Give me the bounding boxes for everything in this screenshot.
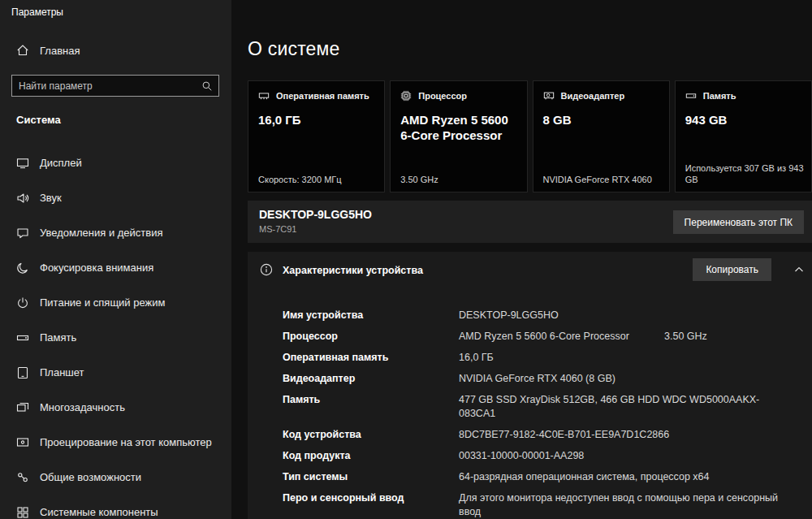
spec-row-processor: Процессор AMD Ryzen 5 5600 6-Core Proces… (283, 327, 796, 348)
sidebar-item-projecting[interactable]: Проецирование на этот компьютер (0, 425, 231, 460)
spec-value: 16,0 ГБ (459, 351, 796, 365)
sidebar-item-label: Дисплей (40, 157, 82, 169)
spec-row-storage: Память 477 GB SSD XrayDisk 512GB, 466 GB… (283, 390, 796, 425)
sidebar-item-storage[interactable]: Память (0, 320, 231, 355)
sidebar-item-sound[interactable]: Звук (0, 180, 231, 215)
sidebar-item-label: Проецирование на этот компьютер (40, 436, 212, 448)
sidebar-item-label: Звук (40, 192, 62, 204)
sidebar-item-label: Уведомления и действия (40, 227, 163, 239)
sidebar-nav: Дисплей Звук Уведомления и действия Фоку… (0, 145, 231, 519)
card-value: 943 GB (685, 112, 801, 128)
copy-button[interactable]: Копировать (693, 258, 771, 281)
spec-value: NVIDIA GeForce RTX 4060 (8 GB) (459, 372, 796, 386)
processor-card: Процессор AMD Ryzen 5 5600 6-Core Proces… (390, 80, 527, 192)
card-label: Видеоадаптер (561, 91, 625, 101)
spec-label: Перо и сенсорный ввод (283, 491, 459, 519)
spec-value: Для этого монитора недоступен ввод с пом… (459, 491, 796, 519)
spec-label: Тип системы (283, 470, 459, 484)
sidebar-item-system-components[interactable]: Системные компоненты (0, 495, 231, 519)
spec-table: Имя устройства DESKTOP-9LGG5HO Процессор… (283, 305, 796, 519)
search-icon[interactable] (196, 80, 218, 92)
power-icon (16, 296, 29, 309)
card-label: Процессор (418, 91, 467, 101)
sidebar-item-label: Память (40, 331, 76, 344)
spec-row-product-id: Код продукта 00331-10000-00001-AA298 (283, 446, 796, 467)
spec-value: 8DC7BE77-9182-4C0E-B701-EE9A7D1C2866 (459, 428, 796, 442)
specs-section-title: Характеристики устройства (283, 265, 423, 276)
spec-row-pen-touch: Перо и сенсорный ввод Для этого монитора… (283, 488, 796, 519)
cpu-icon (400, 90, 412, 102)
spec-label: Имя устройства (283, 309, 459, 322)
spec-label: Код устройства (283, 428, 459, 442)
sidebar-item-display[interactable]: Дисплей (0, 145, 231, 180)
gpu-card: Видеоадаптер 8 GB NVIDIA GeForce RTX 406… (533, 80, 670, 192)
spec-label: Видеоадаптер (283, 372, 459, 386)
spec-row-system-type: Тип системы 64-разрядная операционная си… (283, 467, 796, 488)
spec-value-text: AMD Ryzen 5 5600 6-Core Processor (459, 331, 629, 342)
disk-icon (685, 90, 697, 102)
device-name-bar: DESKTOP-9LGG5HO MS-7C91 Переименовать эт… (248, 201, 812, 243)
sidebar-item-notifications[interactable]: Уведомления и действия (0, 215, 231, 250)
sidebar-item-label: Планшет (40, 366, 84, 378)
card-label: Память (703, 91, 736, 101)
settings-search-box (11, 75, 219, 97)
gpu-icon (543, 90, 555, 102)
display-icon (16, 157, 29, 170)
settings-sidebar: Параметры Главная Система Дисплей Звук (0, 0, 231, 519)
sidebar-home-label: Главная (40, 45, 80, 57)
sidebar-item-label: Многозадачность (40, 401, 125, 413)
notifications-icon (16, 227, 29, 240)
sidebar-item-label: Питание и спящий режим (40, 296, 165, 309)
spec-row-device-name: Имя устройства DESKTOP-9LGG5HO (283, 305, 796, 327)
page-title: О системе (248, 38, 340, 60)
spec-row-device-id: Код устройства 8DC7BE77-9182-4C0E-B701-E… (283, 425, 796, 446)
components-grid-icon (16, 506, 29, 519)
card-footer: Используется 307 GB из 943 GB (685, 162, 805, 185)
info-icon (260, 263, 273, 276)
spec-value: 64-разрядная операционная система, проце… (459, 470, 796, 484)
rename-pc-button[interactable]: Переименовать этот ПК (673, 210, 804, 234)
card-footer: 3.50 GHz (400, 174, 520, 185)
spec-value-extra: 3.50 GHz (664, 330, 707, 344)
spec-label: Память (283, 393, 459, 421)
sidebar-item-label: Системные компоненты (40, 506, 158, 518)
card-footer: Скорость: 3200 МГц (258, 174, 378, 185)
projecting-icon (16, 436, 29, 449)
sidebar-item-tablet[interactable]: Планшет (0, 355, 231, 390)
spec-value: AMD Ryzen 5 5600 6-Core Processor3.50 GH… (459, 330, 796, 344)
ram-icon (258, 90, 270, 102)
device-specifications-panel: Характеристики устройства Копировать Имя… (248, 252, 812, 519)
spec-label: Процессор (283, 330, 459, 344)
sidebar-section-title: Система (16, 114, 61, 126)
sound-icon (16, 192, 29, 205)
sidebar-item-multitasking[interactable]: Многозадачность (0, 390, 231, 425)
system-summary-cards: Оперативная память 16,0 ГБ Скорость: 320… (248, 80, 812, 192)
spec-value: 00331-10000-00001-AA298 (459, 449, 796, 463)
shared-experiences-icon (16, 471, 29, 484)
sidebar-item-home[interactable]: Главная (16, 44, 80, 57)
storage-card: Память 943 GB Используется 307 GB из 943… (675, 80, 812, 192)
ram-card: Оперативная память 16,0 ГБ Скорость: 320… (248, 80, 385, 192)
device-model: MS-7C91 (259, 224, 296, 234)
sidebar-item-focus-assist[interactable]: Фокусировка внимания (0, 250, 231, 285)
card-value: 16,0 ГБ (258, 112, 374, 128)
spec-row-gpu: Видеоадаптер NVIDIA GeForce RTX 4060 (8 … (283, 369, 796, 390)
home-icon (16, 44, 29, 57)
spec-value: DESKTOP-9LGG5HO (459, 309, 796, 322)
card-label: Оперативная память (276, 91, 369, 101)
sidebar-item-power-sleep[interactable]: Питание и спящий режим (0, 285, 231, 320)
sidebar-item-label: Общие возможности (40, 471, 141, 483)
sidebar-item-shared-experiences[interactable]: Общие возможности (0, 460, 231, 495)
card-footer: NVIDIA GeForce RTX 4060 (543, 174, 663, 185)
search-input[interactable] (12, 80, 196, 92)
about-system-page: О системе Оперативная память 16,0 ГБ Ско… (231, 0, 812, 519)
spec-label: Код продукта (283, 449, 459, 463)
card-value: AMD Ryzen 5 5600 6-Core Processor (400, 112, 516, 143)
chevron-up-icon[interactable] (793, 263, 806, 276)
spec-label: Оперативная память (283, 351, 459, 365)
card-value: 8 GB (543, 112, 659, 128)
tablet-icon (16, 366, 29, 379)
device-name: DESKTOP-9LGG5HO (259, 208, 372, 221)
spec-row-ram: Оперативная память 16,0 ГБ (283, 348, 796, 369)
spec-value: 477 GB SSD XrayDisk 512GB, 466 GB HDD WD… (459, 393, 796, 421)
